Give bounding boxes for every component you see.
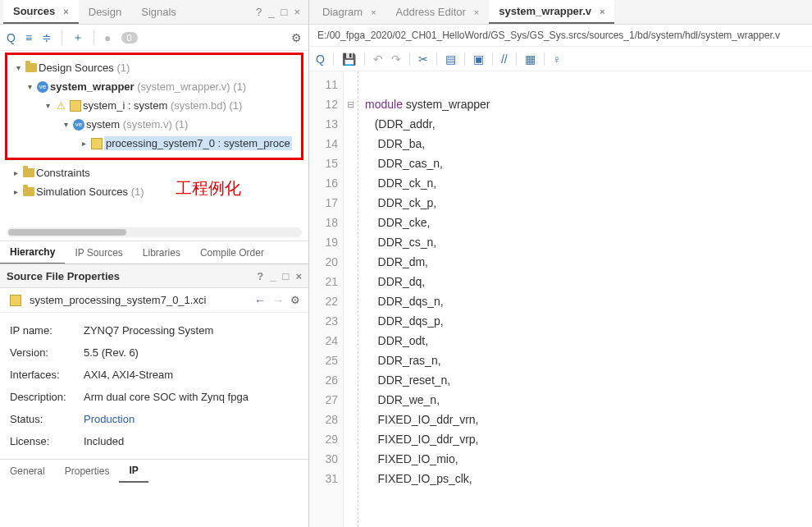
chevron-right-icon[interactable]: ▸ (10, 168, 21, 177)
chevron-right-icon[interactable]: ▸ (78, 139, 89, 148)
undo-icon[interactable]: ↶ (373, 53, 383, 66)
sources-toolbar: Q ≡ ≑ ＋ ● 0 ⚙ (0, 25, 308, 51)
prop-key-version: Version: (10, 346, 84, 359)
fold-column[interactable]: ⊟ (344, 71, 358, 527)
minimize-icon[interactable]: _ (270, 270, 276, 282)
grid-icon[interactable]: ▦ (525, 53, 536, 66)
save-icon[interactable]: 💾 (342, 53, 356, 66)
annotation-left: 工程例化 (176, 177, 241, 199)
bd-icon (70, 100, 81, 112)
chevron-down-icon[interactable]: ▾ (42, 101, 53, 110)
prop-val-version: 5.5 (Rev. 6) (84, 346, 139, 359)
prop-key-status: Status: (10, 413, 84, 425)
source-sub-tabs: Hierarchy IP Sources Libraries Compile O… (0, 241, 308, 264)
collapse-icon[interactable]: ≡ (25, 31, 32, 44)
props-tab-general[interactable]: General (0, 461, 55, 482)
bulb-icon[interactable]: ♀ (553, 53, 562, 66)
cut-icon[interactable]: ✂ (418, 53, 428, 66)
prop-key-interfaces: Interfaces: (10, 369, 84, 381)
props-file-row: system_processing_system7_0_1.xci ← → ⚙ (0, 288, 308, 313)
tree-constraints[interactable]: ▸ Constraints (7, 163, 302, 182)
tree-system[interactable]: ▾ ve system (system.v) (1) (9, 115, 299, 134)
circle-icon[interactable]: ● (104, 31, 111, 44)
tree-system-i[interactable]: ▾ ⚠ system_i : system (system.bd) (1) (9, 96, 299, 115)
gear-icon[interactable]: ⚙ (291, 31, 302, 44)
minimize-icon[interactable]: _ (268, 6, 274, 18)
chevron-down-icon[interactable]: ▾ (60, 120, 71, 129)
count-badge: 0 (121, 32, 138, 44)
sub-tab-libraries[interactable]: Libraries (133, 242, 190, 264)
prop-key-description: Description: (10, 391, 84, 403)
file-path: E:/00_fpga_2020/02_CH01_HelloWord/GS_Sys… (309, 25, 812, 47)
expand-icon[interactable]: ≑ (42, 31, 52, 44)
props-tab-ip[interactable]: IP (119, 460, 148, 483)
left-tab-bar: Sources× Design Signals ? _ □ × (0, 0, 308, 25)
search-icon[interactable]: Q (316, 53, 325, 66)
props-bottom-tabs: General Properties IP (0, 459, 308, 482)
chevron-down-icon[interactable]: ▾ (12, 63, 24, 72)
code-body[interactable]: module system_wrapper (DDR_addr, DDR_ba,… (358, 71, 497, 527)
gear-icon[interactable]: ⚙ (290, 294, 300, 306)
warning-icon: ⚠ (57, 100, 66, 112)
code-editor[interactable]: 1112131415161718192021222324252627282930… (309, 71, 812, 527)
verilog-icon: ve (37, 81, 48, 93)
prop-key-license: License: (10, 435, 84, 447)
tab-signals[interactable]: Signals (131, 1, 186, 23)
props-tab-properties[interactable]: Properties (55, 461, 120, 482)
tree-simulation[interactable]: ▸ Simulation Sources (1) (7, 182, 302, 201)
horizontal-scrollbar[interactable] (7, 227, 302, 237)
close-icon[interactable]: × (474, 7, 479, 17)
close-icon[interactable]: × (295, 270, 302, 282)
folder-icon (23, 168, 34, 177)
tab-address-editor[interactable]: Address Editor× (386, 1, 490, 23)
prop-key-ipname: IP name: (10, 324, 84, 337)
ip-icon (10, 295, 21, 306)
paste-icon[interactable]: ▣ (473, 53, 484, 66)
folder-icon (23, 187, 34, 196)
tab-system-wrapper[interactable]: system_wrapper.v× (489, 0, 614, 24)
redo-icon[interactable]: ↷ (391, 53, 401, 66)
close-icon[interactable]: × (371, 7, 376, 17)
tab-diagram[interactable]: Diagram× (312, 1, 386, 23)
close-icon[interactable]: × (63, 7, 68, 16)
props-header: Source File Properties ? _ □ × (0, 264, 308, 288)
copy-icon[interactable]: ▤ (445, 53, 456, 66)
verilog-icon: ve (73, 119, 84, 131)
prop-val-license: Included (84, 435, 124, 447)
editor-toolbar: Q 💾 ↶ ↷ ✂ ▤ ▣ // ▦ ♀ (309, 47, 812, 71)
prop-val-ipname: ZYNQ7 Processing System (84, 324, 213, 337)
prop-val-status[interactable]: Production (84, 413, 135, 425)
back-button[interactable]: ← (254, 294, 266, 307)
sub-tab-hierarchy[interactable]: Hierarchy (0, 241, 65, 264)
props-body: IP name:ZYNQ7 Processing System Version:… (0, 313, 308, 459)
source-tree: ▾ Design Sources (1) ▾ ve system_wrapper… (5, 53, 303, 160)
tree-system-wrapper[interactable]: ▾ ve system_wrapper (system_wrapper.v) (… (9, 77, 299, 96)
chevron-right-icon[interactable]: ▸ (10, 187, 21, 196)
comment-icon[interactable]: // (501, 53, 508, 66)
maximize-icon[interactable]: □ (283, 270, 290, 282)
ip-icon (91, 138, 103, 149)
sub-tab-compile-order[interactable]: Compile Order (190, 242, 274, 264)
tab-sources[interactable]: Sources× (3, 0, 79, 24)
tab-design[interactable]: Design (79, 1, 131, 23)
folder-icon (25, 63, 37, 72)
close-icon[interactable]: × (600, 7, 604, 16)
props-filename: system_processing_system7_0_1.xci (30, 294, 206, 306)
forward-button[interactable]: → (272, 294, 284, 307)
help-icon[interactable]: ? (257, 270, 263, 282)
close-panel-icon[interactable]: × (294, 6, 300, 18)
help-icon[interactable]: ? (256, 6, 262, 18)
props-title: Source File Properties (7, 270, 120, 282)
chevron-down-icon[interactable]: ▾ (24, 82, 35, 91)
right-tab-bar: Diagram× Address Editor× system_wrapper.… (309, 0, 812, 25)
prop-val-description: Arm dual core SOC with Zynq fpga (84, 391, 249, 403)
sub-tab-ip-sources[interactable]: IP Sources (65, 242, 132, 264)
tree-ps7[interactable]: ▸ processing_system7_0 : system_proce (9, 134, 299, 153)
prop-val-interfaces: AXI4, AXI4-Stream (84, 369, 173, 381)
maximize-icon[interactable]: □ (281, 6, 288, 18)
line-gutter: 1112131415161718192021222324252627282930… (309, 71, 344, 527)
add-button[interactable]: ＋ (72, 30, 84, 45)
tree-design-sources[interactable]: ▾ Design Sources (1) (9, 58, 299, 77)
search-icon[interactable]: Q (7, 31, 16, 44)
